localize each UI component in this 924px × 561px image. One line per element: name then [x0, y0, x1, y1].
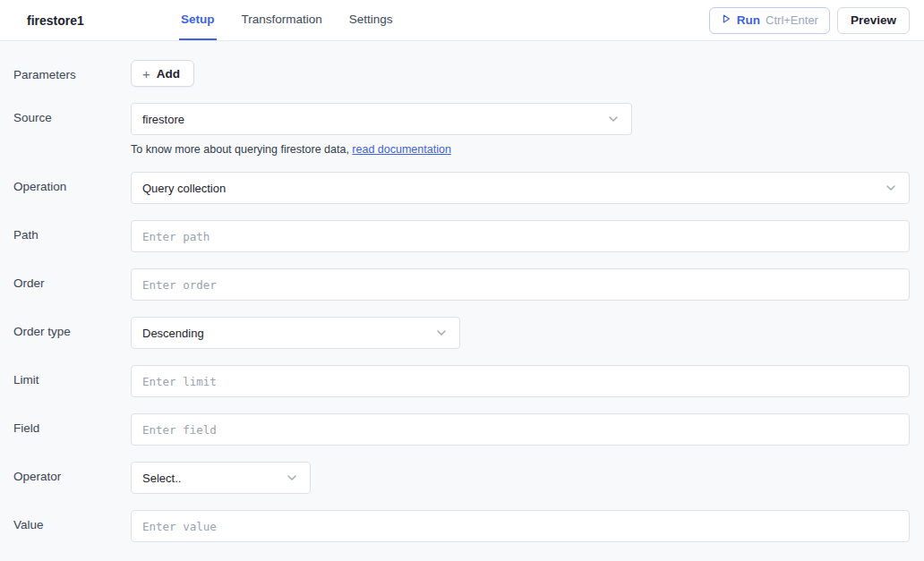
run-button[interactable]: Run Ctrl+Enter — [709, 7, 830, 34]
add-parameter-label: Add — [157, 67, 180, 81]
read-documentation-link[interactable]: read documentation — [352, 143, 451, 156]
operation-select[interactable]: Query collection — [131, 172, 910, 204]
source-select[interactable]: firestore — [131, 103, 632, 135]
preview-button[interactable]: Preview — [837, 7, 910, 34]
query-title: firestore1 — [27, 13, 179, 28]
limit-label: Limit — [13, 365, 131, 397]
tab-settings[interactable]: Settings — [347, 0, 395, 40]
chevron-down-icon — [606, 112, 620, 126]
play-icon — [721, 13, 732, 27]
operation-label: Operation — [13, 172, 131, 204]
chevron-down-icon — [285, 471, 299, 485]
path-label: Path — [13, 220, 131, 252]
run-button-shortcut: Ctrl+Enter — [766, 13, 818, 27]
order-type-label: Order type — [13, 317, 131, 349]
order-input[interactable] — [131, 268, 910, 301]
operator-label: Operator — [13, 462, 131, 494]
tab-setup[interactable]: Setup — [179, 0, 217, 40]
order-type-row: Order type Descending — [13, 317, 910, 349]
order-type-select[interactable]: Descending — [131, 317, 460, 349]
tab-bar: Setup Transformation Settings — [179, 0, 395, 40]
order-type-select-value: Descending — [142, 327, 204, 340]
operator-row: Operator Select.. — [13, 462, 910, 494]
limit-input[interactable] — [131, 365, 910, 397]
source-label: Source — [13, 103, 131, 156]
operation-select-value: Query collection — [142, 182, 226, 195]
value-label: Value — [13, 510, 131, 542]
field-input[interactable] — [131, 413, 910, 446]
parameters-label: Parameters — [13, 60, 131, 87]
plus-icon: + — [142, 67, 150, 81]
operation-row: Operation Query collection — [13, 172, 910, 204]
source-helper-prefix: To know more about querying firestore da… — [131, 143, 352, 156]
add-parameter-button[interactable]: + Add — [131, 60, 194, 87]
path-input[interactable] — [131, 220, 910, 252]
header-actions: Run Ctrl+Enter Preview — [709, 7, 910, 34]
field-row: Field — [13, 413, 910, 446]
parameters-row: Parameters + Add — [13, 60, 910, 87]
tab-transformation[interactable]: Transformation — [240, 0, 324, 40]
value-input[interactable] — [131, 510, 910, 542]
path-row: Path — [13, 220, 910, 252]
chevron-down-icon — [884, 181, 898, 195]
value-row: Value — [13, 510, 910, 542]
run-button-label: Run — [737, 13, 760, 27]
order-row: Order — [13, 268, 910, 301]
chevron-down-icon — [434, 326, 449, 340]
operator-select[interactable]: Select.. — [131, 462, 311, 494]
query-setup-form: Parameters + Add Source firestore To kno… — [0, 41, 924, 561]
limit-row: Limit — [13, 365, 910, 397]
source-select-value: firestore — [142, 113, 184, 126]
operator-select-value: Select.. — [142, 472, 181, 485]
query-editor-header: firestore1 Setup Transformation Settings… — [0, 0, 924, 41]
source-row: Source firestore To know more about quer… — [13, 103, 910, 156]
source-helper-text: To know more about querying firestore da… — [131, 143, 910, 156]
order-label: Order — [13, 268, 131, 301]
field-label: Field — [13, 413, 131, 446]
